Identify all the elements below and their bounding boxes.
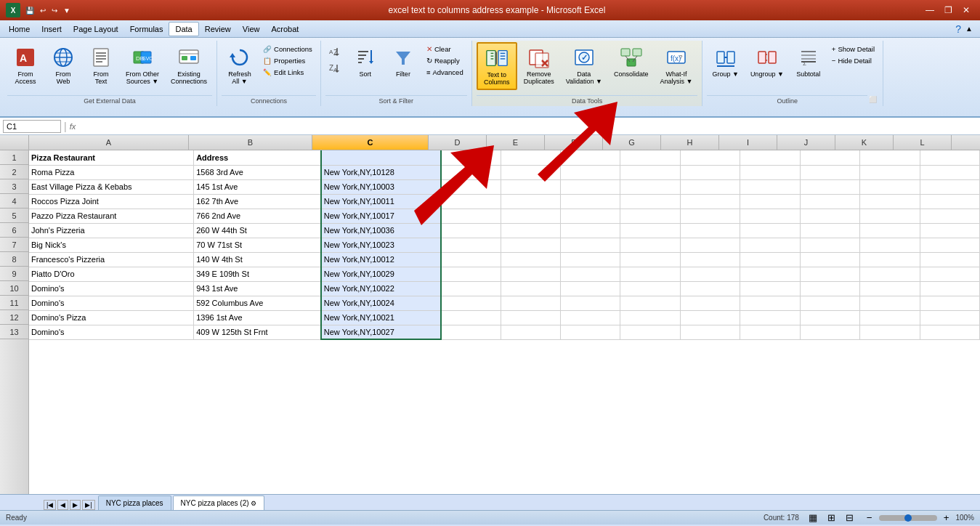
cell-g11[interactable] — [620, 296, 680, 310]
what-if-analysis-button[interactable]: f(x) ? What-IfAnalysis ▼ — [655, 42, 698, 89]
cell-f8[interactable] — [560, 252, 620, 267]
cell-j7[interactable] — [800, 238, 859, 252]
cell-k8[interactable] — [860, 252, 920, 267]
cell-d12[interactable] — [441, 310, 501, 325]
cell-l9[interactable] — [920, 267, 979, 281]
menu-formulas[interactable]: Formulas — [124, 23, 169, 36]
cell-a6[interactable]: John's Pizzeria — [29, 223, 194, 238]
cell-a4[interactable]: Roccos Pizza Joint — [29, 194, 194, 209]
cell-b10[interactable]: 943 1st Ave — [194, 281, 321, 296]
col-header-k[interactable]: K — [835, 135, 894, 150]
cell-k6[interactable] — [860, 223, 920, 238]
cell-l7[interactable] — [920, 238, 979, 252]
cell-f7[interactable] — [560, 238, 620, 252]
cell-a10[interactable]: Domino's — [29, 281, 194, 296]
cell-l13[interactable] — [920, 325, 979, 339]
cell-b9[interactable]: 349 E 109th St — [194, 267, 321, 281]
cell-l12[interactable] — [920, 310, 979, 325]
advanced-button[interactable]: ≡ Advanced — [423, 67, 467, 78]
cell-b12[interactable]: 1396 1st Ave — [194, 310, 321, 325]
row-header-10[interactable]: 10 — [0, 281, 28, 296]
cell-h2[interactable] — [680, 165, 740, 179]
cell-a7[interactable]: Big Nick's — [29, 238, 194, 252]
menu-review[interactable]: Review — [199, 23, 237, 36]
cell-c9[interactable]: New York,NY,10029 — [321, 267, 441, 281]
col-header-c[interactable]: C — [312, 135, 429, 150]
sheet-last-button[interactable]: ▶| — [82, 500, 94, 510]
restore-button[interactable]: ❐ — [940, 4, 957, 17]
cell-b6[interactable]: 260 W 44th St — [194, 223, 321, 238]
subtotal-button[interactable]: Σ Subtotal — [790, 42, 827, 81]
cell-k10[interactable] — [860, 281, 920, 296]
cell-f9[interactable] — [560, 267, 620, 281]
quick-undo-button[interactable]: ↩ — [38, 6, 48, 15]
cell-d5[interactable] — [441, 209, 501, 223]
cell-c11[interactable]: New York,NY,10024 — [321, 296, 441, 310]
cell-j12[interactable] — [800, 310, 859, 325]
cell-d8[interactable] — [441, 252, 501, 267]
page-layout-view-button[interactable]: ⊞ — [824, 511, 839, 525]
cell-j8[interactable] — [800, 252, 859, 267]
cell-j3[interactable] — [800, 179, 859, 194]
cell-e10[interactable] — [501, 281, 560, 296]
cell-e9[interactable] — [501, 267, 560, 281]
cell-i2[interactable] — [740, 165, 800, 179]
sheet-nav-left[interactable]: |◀ ◀ ▶ ▶| — [44, 500, 95, 510]
cell-g5[interactable] — [620, 209, 680, 223]
row-header-3[interactable]: 3 — [0, 179, 28, 194]
cell-d9[interactable] — [441, 267, 501, 281]
row-header-12[interactable]: 12 — [0, 310, 28, 325]
cell-k4[interactable] — [860, 194, 920, 209]
menu-acrobat[interactable]: Acrobat — [265, 23, 304, 36]
cell-l6[interactable] — [920, 223, 979, 238]
row-header-9[interactable]: 9 — [0, 267, 28, 281]
cell-c1[interactable] — [321, 150, 441, 165]
cell-g13[interactable] — [620, 325, 680, 339]
cell-k13[interactable] — [860, 325, 920, 339]
cell-c13[interactable]: New York,NY,10027 — [321, 325, 441, 339]
sort-button[interactable]: Sort — [347, 42, 384, 81]
cell-f4[interactable] — [560, 194, 620, 209]
group-button[interactable]: Group ▼ — [707, 42, 743, 81]
cell-g3[interactable] — [620, 179, 680, 194]
minimize-ribbon-button[interactable]: ▲ — [961, 23, 977, 34]
refresh-all-button[interactable]: RefreshAll ▼ — [222, 42, 258, 89]
page-break-view-button[interactable]: ⊟ — [842, 511, 857, 525]
cell-j1[interactable] — [800, 150, 859, 165]
cell-b2[interactable]: 1568 3rd Ave — [194, 165, 321, 179]
minimize-button[interactable]: — — [921, 4, 939, 17]
sheet-next-button[interactable]: ▶ — [70, 500, 81, 510]
sheet-first-button[interactable]: |◀ — [44, 500, 56, 510]
cell-l11[interactable] — [920, 296, 979, 310]
cell-g1[interactable] — [620, 150, 680, 165]
consolidate-button[interactable]: Consolidate — [609, 42, 654, 81]
cell-c3[interactable]: New York,NY,10003 — [321, 179, 441, 194]
cell-g6[interactable] — [620, 223, 680, 238]
cell-b8[interactable]: 140 W 4th St — [194, 252, 321, 267]
cell-k11[interactable] — [860, 296, 920, 310]
cell-b11[interactable]: 592 Columbus Ave — [194, 296, 321, 310]
row-header-2[interactable]: 2 — [0, 165, 28, 179]
cell-h8[interactable] — [680, 252, 740, 267]
cell-g9[interactable] — [620, 267, 680, 281]
cell-i1[interactable] — [740, 150, 800, 165]
cell-f10[interactable] — [560, 281, 620, 296]
cell-e13[interactable] — [501, 325, 560, 339]
cell-f6[interactable] — [560, 223, 620, 238]
col-header-a[interactable]: A — [29, 135, 189, 150]
cell-a2[interactable]: Roma Pizza — [29, 165, 194, 179]
cell-l5[interactable] — [920, 209, 979, 223]
cell-h10[interactable] — [680, 281, 740, 296]
zoom-out-button[interactable]: − — [863, 511, 876, 525]
row-header-8[interactable]: 8 — [0, 252, 28, 267]
cell-k9[interactable] — [860, 267, 920, 281]
from-access-button[interactable]: A FromAccess — [7, 42, 44, 89]
row-header-11[interactable]: 11 — [0, 296, 28, 310]
cell-j11[interactable] — [800, 296, 859, 310]
cell-k12[interactable] — [860, 310, 920, 325]
cell-h7[interactable] — [680, 238, 740, 252]
menu-page-layout[interactable]: Page Layout — [68, 23, 124, 36]
cell-a13[interactable]: Domino's — [29, 325, 194, 339]
cell-g12[interactable] — [620, 310, 680, 325]
cell-e8[interactable] — [501, 252, 560, 267]
